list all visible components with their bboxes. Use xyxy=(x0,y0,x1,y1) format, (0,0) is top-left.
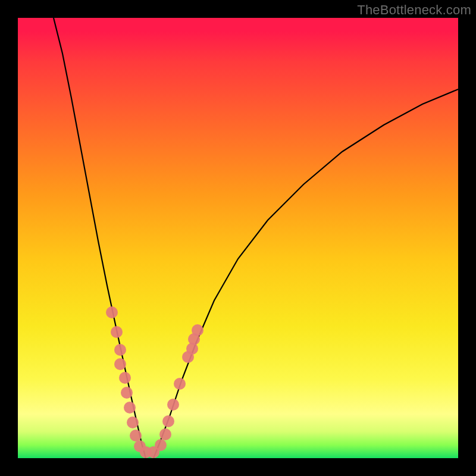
right-curve xyxy=(154,89,458,458)
data-marker xyxy=(130,430,142,441)
data-marker xyxy=(186,343,198,355)
data-marker xyxy=(127,416,139,428)
data-markers xyxy=(106,306,203,458)
data-marker xyxy=(192,324,203,336)
data-marker xyxy=(106,306,118,318)
watermark-text: TheBottleneck.com xyxy=(357,2,471,18)
data-marker xyxy=(114,358,126,370)
data-marker xyxy=(119,372,131,384)
data-marker xyxy=(155,439,167,451)
data-marker xyxy=(114,344,126,356)
curve-layer xyxy=(18,18,458,458)
data-marker xyxy=(121,387,133,399)
data-marker xyxy=(159,428,171,440)
data-marker xyxy=(111,326,123,338)
data-marker xyxy=(174,378,186,390)
data-marker xyxy=(162,415,174,427)
chart-frame: TheBottleneck.com xyxy=(0,0,476,476)
data-marker xyxy=(167,399,179,411)
plot-area xyxy=(18,18,458,458)
data-marker xyxy=(124,402,136,414)
